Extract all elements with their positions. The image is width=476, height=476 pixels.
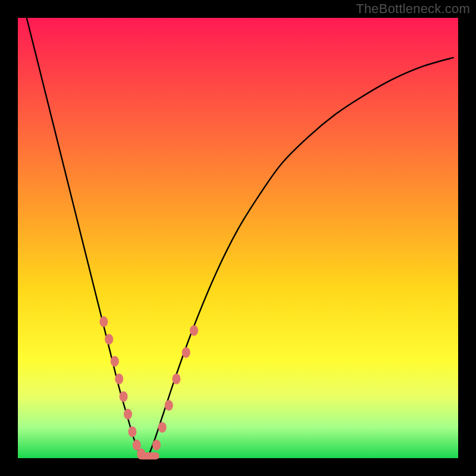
marker-dot bbox=[124, 409, 132, 419]
watermark-text: TheBottleneck.com bbox=[356, 1, 470, 17]
marker-dot bbox=[120, 391, 128, 402]
chart-svg bbox=[18, 18, 458, 458]
plot-area bbox=[18, 18, 458, 458]
marker-dot bbox=[152, 440, 161, 450]
marker-dot bbox=[115, 374, 123, 384]
marker-dot bbox=[190, 325, 198, 336]
chart-frame: TheBottleneck.com bbox=[0, 0, 476, 476]
marker-dot bbox=[133, 440, 141, 450]
marker-dot bbox=[158, 422, 167, 433]
marker-dot bbox=[165, 400, 173, 411]
marker-dot bbox=[111, 356, 119, 367]
marker-dot bbox=[172, 374, 180, 384]
marker-dot bbox=[99, 317, 108, 327]
chart-markers bbox=[99, 317, 198, 460]
marker-dot bbox=[128, 427, 136, 437]
marker-dot bbox=[105, 334, 113, 345]
bottleneck-curve bbox=[27, 18, 454, 458]
marker-capsule bbox=[145, 452, 159, 459]
marker-dot bbox=[182, 347, 190, 358]
